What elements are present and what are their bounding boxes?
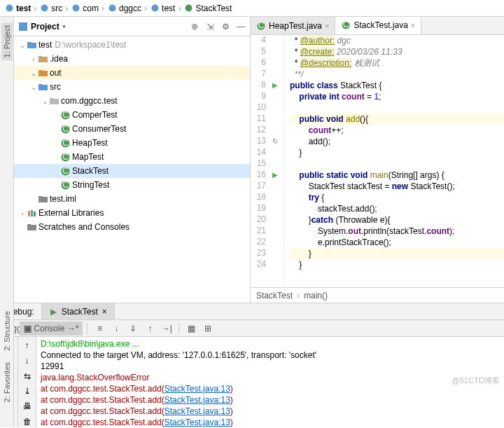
svg-rect-21: [34, 212, 36, 216]
step-out-icon[interactable]: ↑: [142, 322, 158, 336]
project-icon: [18, 22, 28, 32]
locate-icon[interactable]: ⊕: [190, 22, 200, 32]
console-side-toolbar: ↑ ↓ ⇆ ⤓ 🖶 🗑: [18, 337, 36, 427]
tree-item[interactable]: ⌄src: [14, 80, 250, 94]
lib-icon: [27, 208, 36, 218]
close-icon[interactable]: ×: [102, 307, 107, 317]
tree-item[interactable]: ⌄out: [14, 66, 250, 80]
side-tab-structure[interactable]: 2: Structure: [1, 308, 13, 354]
editor[interactable]: 456789101112131415161718192021222324 ▶↻▶…: [251, 35, 504, 287]
editor-tab[interactable]: CHeapTest.java×: [251, 17, 335, 34]
class-icon: C: [60, 152, 70, 162]
step-into-icon[interactable]: ↓: [108, 322, 124, 336]
step-over-icon[interactable]: ≡: [92, 322, 107, 336]
gutter-marks[interactable]: ▶↻▶: [270, 35, 284, 287]
svg-text:C: C: [258, 22, 265, 30]
hide-icon[interactable]: —: [236, 22, 246, 32]
trace-icon[interactable]: ⊞: [200, 322, 216, 336]
soft-wrap-icon[interactable]: ⇆: [21, 371, 34, 382]
tree-item[interactable]: CStringTest: [14, 178, 250, 192]
gear-icon[interactable]: ⚙: [220, 22, 230, 32]
scratch-icon: [27, 222, 36, 232]
svg-rect-19: [28, 211, 30, 216]
side-tab-project[interactable]: 1: Project: [1, 22, 13, 60]
code-area[interactable]: * @author: dgc * @create: 2020/03/26 11:…: [284, 35, 504, 287]
tree-item[interactable]: ⌄testD:\workspace1\test: [14, 38, 250, 52]
editor-area: CHeapTest.java×CStackTest.java× 45678910…: [251, 17, 504, 303]
project-tree[interactable]: ⌄testD:\workspace1\test›.idea⌄out⌄src⌄co…: [14, 36, 250, 303]
debug-tool-window: Debug: ▶ StackTest × Debugger ▣ Console …: [0, 303, 504, 427]
file-icon: [38, 194, 48, 204]
class-icon: C: [60, 110, 70, 120]
tree-item[interactable]: ›.idea: [14, 52, 250, 66]
class-icon: C: [60, 180, 70, 190]
run-gutter-icon[interactable]: ▶: [272, 81, 278, 89]
module-icon: [27, 40, 36, 50]
console-tab[interactable]: ▣ Console →*: [20, 322, 83, 336]
dropdown-icon[interactable]: ▾: [62, 22, 66, 30]
stack-link[interactable]: StackTest.java:13: [164, 417, 230, 427]
tree-item[interactable]: CConsumerTest: [14, 122, 250, 136]
svg-text:C: C: [62, 125, 69, 134]
up-stack-icon[interactable]: ↑: [21, 340, 34, 351]
debug-run-tab[interactable]: ▶ StackTest ×: [42, 303, 115, 319]
class-icon: C: [60, 124, 70, 134]
tree-item[interactable]: ›External Libraries: [14, 206, 250, 220]
scroll-end-icon[interactable]: ⤓: [21, 385, 34, 396]
folder-out-icon: [38, 68, 48, 78]
expand-icon[interactable]: ⇲: [205, 22, 215, 32]
line-numbers: 456789101112131415161718192021222324: [251, 35, 270, 287]
tree-item[interactable]: ⌄com.dggcc.test: [14, 94, 250, 108]
editor-breadcrumb[interactable]: StackTest›main(): [251, 287, 504, 303]
close-icon[interactable]: ×: [325, 22, 329, 30]
svg-point-2: [72, 5, 79, 12]
breadcrumb-item[interactable]: test: [4, 4, 31, 13]
class-icon: C: [256, 21, 266, 31]
svg-point-1: [41, 5, 48, 12]
svg-rect-20: [31, 210, 33, 216]
breadcrumb-item[interactable]: com: [71, 4, 99, 13]
stack-link[interactable]: StackTest.java:13: [164, 384, 230, 394]
force-step-icon[interactable]: ⇓: [125, 322, 141, 336]
run-to-cursor-icon[interactable]: →|: [159, 322, 174, 336]
down-stack-icon[interactable]: ↓: [21, 355, 34, 366]
svg-text:C: C: [62, 139, 69, 148]
run-config-icon: ▶: [49, 307, 59, 317]
tree-item[interactable]: Scratches and Consoles: [14, 220, 250, 234]
class-icon: C: [60, 166, 70, 176]
breadcrumb-item[interactable]: test: [150, 4, 175, 13]
stack-link[interactable]: StackTest.java:13: [164, 406, 230, 416]
left-tool-stripe-bottom: 2: Structure 2: Favorites: [0, 303, 14, 427]
run-gutter-icon[interactable]: ▶: [272, 171, 278, 179]
svg-point-3: [108, 5, 115, 12]
tree-item[interactable]: test.iml: [14, 192, 250, 206]
breadcrumb-item[interactable]: StackTest: [183, 4, 232, 13]
svg-text:C: C: [62, 167, 69, 176]
tree-item[interactable]: CMapTest: [14, 150, 250, 164]
svg-rect-6: [19, 22, 27, 31]
clear-icon[interactable]: 🗑: [21, 416, 34, 427]
close-icon[interactable]: ×: [411, 21, 415, 29]
tree-item[interactable]: CStackTest: [14, 164, 250, 178]
breadcrumb-item[interactable]: src: [39, 4, 62, 13]
evaluate-icon[interactable]: ▦: [183, 322, 199, 336]
tree-item[interactable]: CComperTest: [14, 108, 250, 122]
project-panel-title: Project: [31, 22, 59, 32]
debug-toolbar: Debugger ▣ Console →* ≡ ↓ ⇓ ↑ →| ▦ ⊞: [0, 320, 504, 337]
svg-point-0: [6, 5, 13, 12]
svg-text:C: C: [343, 21, 349, 29]
folder-src-icon: [38, 82, 48, 92]
editor-tab[interactable]: CStackTest.java×: [335, 17, 421, 34]
side-tab-favorites[interactable]: 2: Favorites: [1, 359, 13, 405]
left-tool-stripe: 1: Project: [0, 17, 14, 303]
stack-link[interactable]: StackTest.java:13: [164, 395, 230, 405]
print-icon[interactable]: 🖶: [21, 401, 34, 412]
folder-icon: [38, 54, 48, 64]
tree-item[interactable]: CHeapTest: [14, 136, 250, 150]
svg-point-5: [185, 5, 192, 12]
breadcrumb-item[interactable]: dggcc: [107, 4, 141, 13]
recursive-gutter-icon[interactable]: ↻: [272, 137, 278, 145]
console-output[interactable]: D:\soft\jdk8\bin\java.exe ...Connected t…: [36, 337, 504, 427]
svg-text:C: C: [62, 153, 69, 162]
svg-text:C: C: [62, 181, 69, 190]
